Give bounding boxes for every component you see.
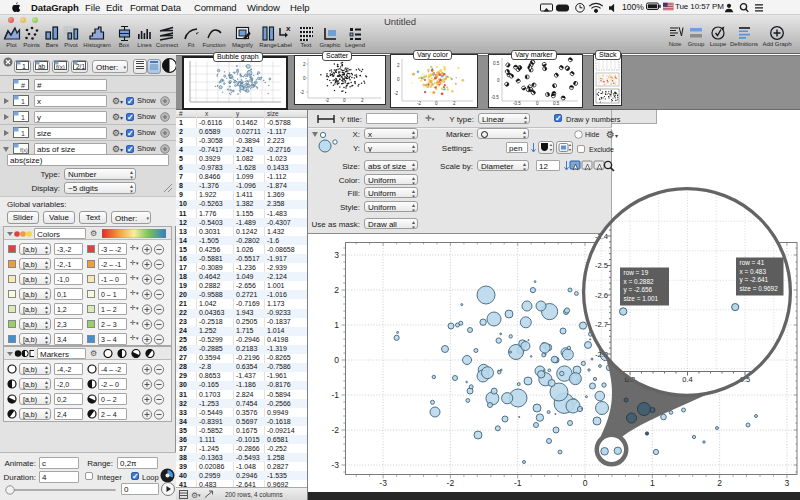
svg-text:0: 0 xyxy=(583,478,588,488)
svg-text:2: 2 xyxy=(397,63,400,68)
svg-text:f(x): f(x) xyxy=(20,147,28,153)
svg-text:1: 1 xyxy=(21,130,25,137)
svg-text:y = -2.641: y = -2.641 xyxy=(740,276,769,284)
svg-text:ab: ab xyxy=(38,63,46,70)
svg-text:-1: -1 xyxy=(514,478,522,488)
svg-text:1: 1 xyxy=(22,63,26,70)
svg-text:row = 41: row = 41 xyxy=(740,259,765,266)
svg-text:-0.5: -0.5 xyxy=(513,101,521,106)
svg-text:2: 2 xyxy=(361,98,364,103)
svg-text:f(x): f(x) xyxy=(56,64,65,70)
svg-text:1: 1 xyxy=(21,98,25,105)
svg-text:-0.5: -0.5 xyxy=(491,95,499,100)
svg-text:0.5: 0.5 xyxy=(493,61,500,66)
svg-text:x = 0.483: x = 0.483 xyxy=(740,268,767,275)
svg-text:-3: -3 xyxy=(331,460,339,470)
svg-text:0: 0 xyxy=(397,77,400,82)
svg-text:-3: -3 xyxy=(379,478,387,488)
svg-text:1: 1 xyxy=(334,320,339,330)
svg-text:3: 3 xyxy=(785,478,790,488)
svg-text:0: 0 xyxy=(435,101,438,106)
svg-text:-2: -2 xyxy=(300,90,304,95)
svg-text:x = 0.2882: x = 0.2882 xyxy=(624,278,654,285)
svg-text:2: 2 xyxy=(717,478,722,488)
svg-text:2: 2 xyxy=(453,101,456,106)
svg-text:y = -2.656: y = -2.656 xyxy=(624,286,653,294)
svg-text:0: 0 xyxy=(303,76,306,81)
svg-text:0: 0 xyxy=(536,101,539,106)
svg-text:0.5: 0.5 xyxy=(553,101,560,106)
svg-text:0.4: 0.4 xyxy=(682,375,692,384)
svg-text:-1: -1 xyxy=(331,390,339,400)
svg-text:-2.6: -2.6 xyxy=(595,291,608,300)
svg-text:▾: ▾ xyxy=(198,492,201,498)
svg-text:size = 1.001: size = 1.001 xyxy=(624,295,659,302)
svg-text:0: 0 xyxy=(497,78,500,83)
svg-text:1: 1 xyxy=(650,478,655,488)
svg-text:3: 3 xyxy=(334,250,339,260)
svg-text:x: x xyxy=(286,25,291,33)
svg-text:-2: -2 xyxy=(331,425,339,435)
svg-text:0: 0 xyxy=(334,355,339,365)
svg-text:2: 2 xyxy=(303,62,306,67)
svg-text:-2.7: -2.7 xyxy=(595,320,608,329)
svg-text:0: 0 xyxy=(343,98,346,103)
svg-text:row = 19: row = 19 xyxy=(624,269,649,276)
svg-text:-2.5: -2.5 xyxy=(595,261,608,270)
svg-text:2: 2 xyxy=(334,285,339,295)
svg-text:-2: -2 xyxy=(394,91,398,96)
svg-text:1: 1 xyxy=(21,114,25,121)
svg-text:size = 0.9692: size = 0.9692 xyxy=(740,285,779,292)
svg-text:-2: -2 xyxy=(447,478,455,488)
svg-text:-2: -2 xyxy=(417,101,421,106)
svg-text:2/1: 2/1 xyxy=(76,63,85,70)
svg-text:#: # xyxy=(21,82,25,89)
